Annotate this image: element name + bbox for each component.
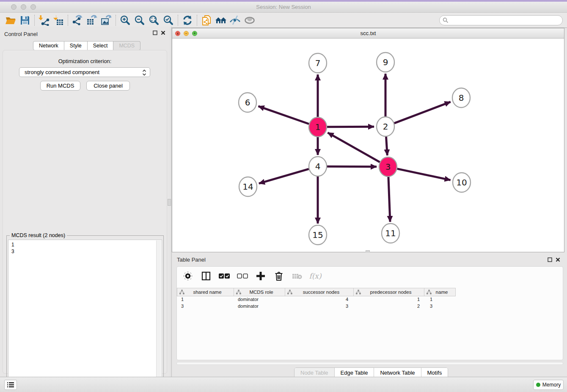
table-cell: 4 — [286, 297, 354, 304]
show-graphics-button[interactable] — [242, 14, 257, 27]
run-mcds-button[interactable]: Run MCDS — [40, 81, 80, 91]
tree-icon — [356, 290, 361, 295]
graph-node-15[interactable]: 15 — [309, 225, 327, 245]
graph-node-14[interactable]: 14 — [239, 177, 257, 196]
mcds-result-list[interactable]: 1 3 — [8, 240, 162, 392]
edge-1-2[interactable] — [327, 127, 374, 127]
edge-3-1[interactable] — [328, 133, 380, 162]
import-table-button[interactable] — [51, 14, 66, 27]
zoom-in-button[interactable] — [118, 14, 132, 27]
edge-4-14[interactable] — [259, 169, 309, 183]
table-cell: dominator — [234, 304, 286, 310]
panel-splitter-handle[interactable] — [168, 199, 171, 206]
save-session-button[interactable] — [18, 14, 32, 27]
tab-style[interactable]: Style — [64, 41, 88, 50]
deselect-all-columns-button[interactable] — [237, 270, 248, 282]
node-label-3: 3 — [385, 162, 391, 172]
hide-graphics-button[interactable] — [228, 14, 242, 27]
column-header-MCDS-role[interactable]: MCDS role — [234, 288, 285, 296]
float-panel-icon[interactable] — [548, 257, 552, 262]
import-network-button[interactable] — [37, 14, 51, 27]
network-graph: 7968124314101511 — [172, 39, 564, 252]
edge-1-6[interactable] — [258, 106, 309, 124]
graph-node-7[interactable]: 7 — [309, 53, 327, 73]
graph-node-10[interactable]: 10 — [453, 173, 471, 192]
network-view-window: x − + scc.txt 7968124314101511 — [172, 28, 564, 252]
import-network-icon — [39, 15, 50, 26]
table-header-row: shared nameMCDS rolesuccessor nodesprede… — [177, 288, 456, 296]
tab-mcds[interactable]: MCDS — [113, 41, 140, 50]
clone-network-button[interactable] — [199, 14, 214, 27]
edge-3-11[interactable] — [388, 176, 390, 222]
graph-node-4[interactable]: 4 — [309, 157, 327, 176]
select-all-columns-button[interactable] — [218, 270, 230, 282]
tab-select[interactable]: Select — [88, 41, 114, 50]
window-titlebar: Session: New Session — [0, 2, 567, 13]
graph-node-6[interactable]: 6 — [239, 93, 256, 112]
graph-node-1[interactable]: 1 — [309, 117, 327, 137]
close-panel-icon[interactable] — [556, 257, 560, 262]
node-label-7: 7 — [315, 58, 321, 68]
column-header-successor-nodes[interactable]: successor nodes — [285, 288, 354, 296]
close-panel-button[interactable]: Close panel — [86, 81, 130, 91]
column-header-shared-name[interactable]: shared name — [177, 288, 234, 296]
table-row[interactable]: 3dominator323 — [177, 304, 456, 310]
graph-node-8[interactable]: 8 — [452, 88, 470, 108]
result-scrollbar[interactable] — [156, 240, 161, 392]
save-icon — [19, 15, 30, 26]
task-history-button[interactable] — [4, 380, 17, 390]
import-table-icon — [53, 15, 64, 26]
node-label-14: 14 — [242, 182, 253, 192]
trash-icon — [275, 271, 283, 281]
canvas-splitter-handle[interactable] — [366, 250, 370, 252]
memory-button[interactable]: Memory — [533, 380, 564, 390]
deselect-all-checks-icon — [237, 273, 248, 279]
optimization-criterion-select[interactable]: strongly connected component — [19, 67, 150, 77]
delete-column-button[interactable] — [273, 270, 285, 282]
edge-3-10[interactable] — [397, 169, 451, 180]
control-panel-title: Control Panel — [4, 31, 38, 37]
network-canvas[interactable]: 7968124314101511 — [172, 39, 564, 252]
column-layout-button[interactable] — [200, 270, 212, 282]
zoom-out-icon — [134, 15, 145, 26]
edge-4-3[interactable] — [327, 166, 377, 167]
table-settings-button[interactable] — [182, 270, 194, 282]
search-input[interactable] — [449, 17, 562, 24]
edge-2-8[interactable] — [394, 102, 451, 124]
zoom-out-button[interactable] — [132, 14, 147, 27]
optimization-criterion-value: strongly connected component — [25, 69, 99, 75]
show-graphics-details-icon — [244, 15, 256, 26]
open-file-button[interactable] — [3, 14, 18, 27]
graph-node-11[interactable]: 11 — [382, 224, 399, 243]
table-cell: dominator — [234, 297, 286, 304]
export-image-icon — [101, 15, 112, 26]
export-image-button[interactable] — [99, 14, 113, 27]
graph-node-3[interactable]: 3 — [379, 157, 397, 177]
export-network-button[interactable] — [70, 14, 85, 27]
table-row[interactable]: 1dominator411 — [177, 297, 456, 304]
column-header-predecessor-nodes[interactable]: predecessor nodes — [354, 288, 424, 296]
graph-node-9[interactable]: 9 — [377, 52, 394, 72]
main-toolbar — [0, 13, 567, 28]
column-header-name[interactable]: name — [424, 288, 456, 296]
zoom-fit-button[interactable] — [147, 14, 161, 27]
table-hscrollbar[interactable] — [176, 362, 563, 365]
create-column-button[interactable] — [255, 270, 267, 282]
export-network-icon — [72, 15, 83, 26]
export-table-button[interactable] — [85, 14, 99, 27]
tab-network[interactable]: Network — [33, 41, 64, 50]
network-window-titlebar: x − + scc.txt — [172, 28, 564, 39]
graph-node-2[interactable]: 2 — [377, 117, 394, 136]
node-label-4: 4 — [315, 161, 321, 171]
ndex-houses-button[interactable] — [214, 14, 228, 27]
edge-2-3[interactable] — [386, 136, 387, 155]
delete-table-icon — [292, 273, 302, 279]
node-label-11: 11 — [385, 228, 396, 238]
control-panel-tabs: NetworkStyleSelectMCDS — [33, 41, 140, 50]
zoom-selected-button[interactable] — [161, 14, 176, 27]
close-panel-icon[interactable] — [161, 30, 165, 35]
search-box[interactable] — [439, 15, 563, 25]
toolbar-separator — [34, 15, 35, 26]
refresh-view-button[interactable] — [180, 14, 195, 27]
float-panel-icon[interactable] — [153, 30, 157, 35]
